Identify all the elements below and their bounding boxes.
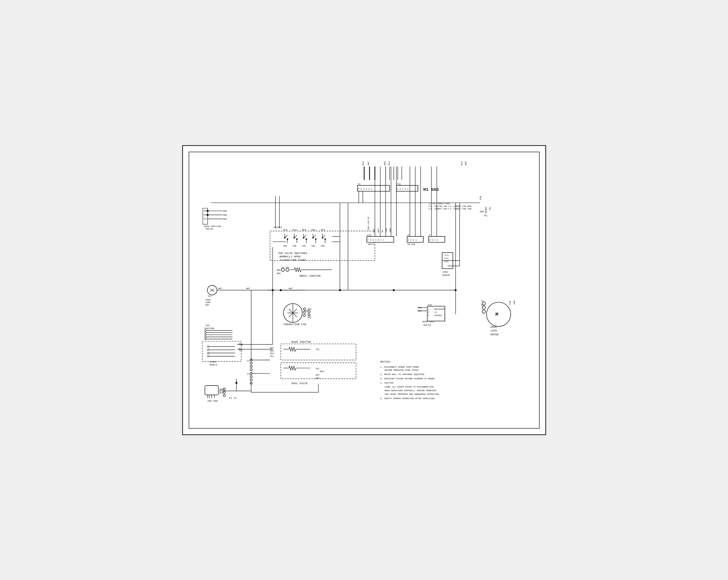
svg-text:P2: P2 [358, 183, 361, 185]
svg-text:YEL: YEL [489, 206, 491, 211]
svg-text:8  5  4  3  2  1: 8 5 4 3 2 1 [358, 188, 372, 190]
svg-text:TAN: TAN [239, 343, 243, 346]
svg-text:BLK: BLK [302, 229, 306, 231]
svg-text:WHT: WHT [315, 377, 319, 379]
svg-text:TAN: TAN [320, 245, 324, 247]
svg-text:R.O. COOLING FAN F.S. CONNECT : R.O. COOLING FAN F.S. CONNECT FAN WIRE [429, 205, 471, 207]
svg-text:RED: RED [464, 161, 467, 165]
svg-text:RED: RED [277, 269, 281, 271]
svg-text:L1 FOR CONNECT/BAKE: L1 FOR CONNECT/BAKE [429, 202, 450, 205]
svg-text:GREEN: GREEN [485, 206, 487, 213]
svg-point-53 [287, 239, 288, 240]
svg-text:H1 GAS: H1 GAS [423, 187, 439, 192]
svg-text:WHT: WHT [270, 347, 274, 349]
svg-text:UNLOCKED: UNLOCKED [434, 308, 444, 310]
svg-point-297 [454, 289, 456, 291]
svg-text:5  4  3  2  1: 5 4 3 2 1 [397, 188, 409, 190]
svg-text:OVEN: OVEN [205, 299, 210, 301]
svg-point-73 [324, 239, 326, 240]
svg-text:C4: C4 [247, 359, 250, 362]
svg-text:BLK: BLK [461, 161, 463, 165]
svg-text:WHT: WHT [308, 316, 312, 319]
svg-point-63 [306, 239, 307, 240]
svg-text:RED: RED [308, 308, 312, 310]
svg-point-296 [393, 289, 394, 291]
svg-text:TAN: TAN [302, 245, 306, 247]
svg-text:M: M [495, 311, 498, 317]
svg-text:OVEN: OVEN [443, 271, 448, 273]
svg-text:4.  CAUTION:: 4. CAUTION: [380, 382, 394, 384]
svg-text:WHT: WHT [239, 349, 243, 351]
svg-rect-173 [281, 363, 356, 379]
svg-text:RED: RED [223, 218, 227, 220]
svg-point-62 [303, 237, 304, 238]
svg-text:WHT: WHT [513, 301, 515, 305]
svg-text:BLK: BLK [362, 161, 364, 165]
svg-text:ORN: ORN [418, 306, 422, 309]
svg-text:C3: C3 [234, 397, 237, 399]
svg-text:BEFORE REMOVING WIRE COVER.: BEFORE REMOVING WIRE COVER. [384, 369, 419, 371]
wiring-diagram-svg: text { font-family: 'Courier New', monos… [196, 159, 533, 422]
svg-text:C2: C2 [281, 266, 284, 269]
page-container: text { font-family: 'Courier New', monos… [182, 145, 546, 435]
svg-text:2.  REFER ONLY TO FEATURES EQU: 2. REFER ONLY TO FEATURES EQUIPPED. [380, 374, 425, 376]
svg-text:4  3  2  1: 4 3 2 1 [429, 239, 438, 241]
svg-text:LAMP: LAMP [205, 301, 211, 304]
inner-border: text { font-family: 'Courier New', monos… [189, 151, 540, 429]
svg-text:P: P [429, 234, 431, 237]
svg-rect-204 [205, 386, 218, 395]
svg-text:4  3  2  1: 4 3 2 1 [408, 239, 417, 241]
svg-text:YEL: YEL [315, 348, 319, 350]
svg-text:WHT: WHT [377, 228, 379, 232]
svg-text:CLOSED FOR START: CLOSED FOR START [280, 258, 306, 261]
svg-text:WHT: WHT [367, 161, 369, 165]
svg-text:SWITCH: SWITCH [423, 324, 431, 326]
svg-text:1: 1 [428, 308, 429, 310]
svg-text:DUAL VALVE: DUAL VALVE [291, 382, 308, 385]
svg-text:C2: C2 [481, 300, 484, 302]
svg-point-52 [284, 237, 285, 238]
svg-text:7  6  5  4  3  2  1: 7 6 5 4 3 2 1 [367, 239, 384, 241]
svg-text:TAN: TAN [283, 245, 287, 247]
svg-text:BROIL IGNITOR: BROIL IGNITOR [299, 274, 320, 278]
svg-text:BLK: BLK [274, 226, 278, 228]
svg-text:IGNITORS: IGNITORS [204, 327, 214, 329]
svg-text:BLK: BLK [479, 196, 482, 200]
svg-text:YEL: YEL [270, 355, 274, 357]
svg-text:2: 2 [428, 311, 429, 313]
svg-point-67 [312, 237, 313, 238]
svg-text:V10: V10 [428, 304, 432, 306]
svg-text:YELLOW: YELLOW [407, 243, 415, 246]
svg-rect-169 [281, 344, 356, 360]
svg-text:3: 3 [428, 314, 429, 316]
svg-text:ORN: ORN [223, 214, 227, 216]
svg-text:WHT: WHT [246, 287, 250, 289]
svg-text:BLK: BLK [321, 229, 325, 231]
svg-text:ORN: ORN [223, 210, 227, 212]
svg-text:LOCK: LOCK [491, 329, 497, 332]
svg-text:BLU: BLU [388, 161, 390, 165]
svg-text:YEL: YEL [207, 295, 211, 297]
svg-text:WHITE: WHITE [368, 243, 374, 246]
svg-text:1.  DISCONNECT RANGE FROM POWE: 1. DISCONNECT RANGE FROM POWER [380, 366, 419, 368]
svg-text:P3: P3 [229, 397, 232, 399]
svg-point-37 [207, 210, 208, 212]
svg-text:WHT: WHT [218, 287, 222, 289]
svg-text:3.  SERVICER PLEASE RETURN DIA: 3. SERVICER PLEASE RETURN DIAGRAM TO RAN… [380, 378, 436, 380]
svg-rect-148 [202, 341, 241, 361]
svg-text:GRN: GRN [480, 210, 484, 213]
svg-text:WHEN SERVICING CONTROLS. WIRIN: WHEN SERVICING CONTROLS. WIRING PROBLEMS [384, 389, 436, 391]
svg-text:R.O. CONNECT FAN F.S. CONNECT : R.O. CONNECT FAN F.S. CONNECT FAN LINE [429, 208, 471, 210]
svg-text:DOOR: DOOR [491, 326, 497, 329]
svg-text:CAN CAUSE IMPROPER AND DANGERO: CAN CAUSE IMPROPER AND DANGEROUS OPERATI… [384, 393, 440, 395]
svg-text:ORN: ORN [389, 228, 392, 232]
svg-text:P14: P14 [367, 234, 371, 237]
svg-text:BLK: BLK [219, 392, 223, 394]
svg-text:BLK: BLK [312, 229, 315, 231]
svg-text:LABEL ALL WIRES PRIOR TO DISCO: LABEL ALL WIRES PRIOR TO DISCONNECTION [384, 386, 434, 388]
svg-text:CONVECTION FAN: CONVECTION FAN [283, 323, 306, 326]
svg-text:BAKE IGNITOR: BAKE IGNITOR [291, 340, 311, 343]
svg-text:YEL: YEL [315, 368, 319, 370]
svg-text:TACH +24V DC: TACH +24V DC [367, 217, 369, 230]
svg-text:TOP VALVE SWITCHES: TOP VALVE SWITCHES [278, 251, 307, 254]
